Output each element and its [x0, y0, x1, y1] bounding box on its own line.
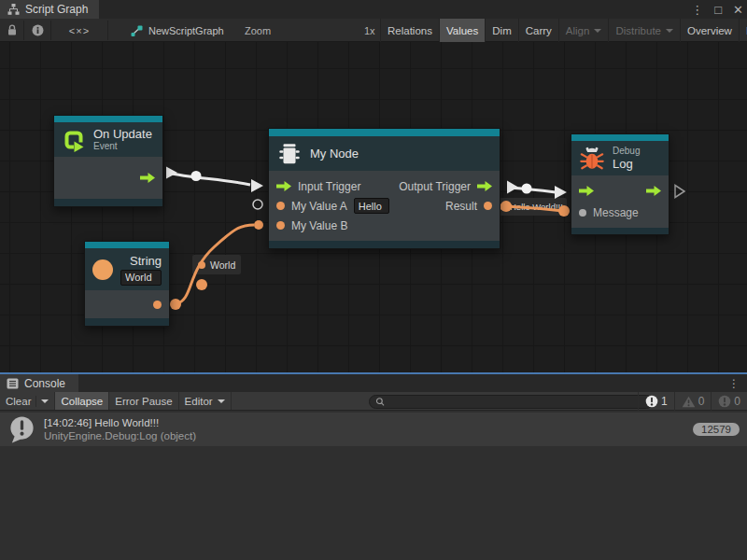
- script-graph-icon: [7, 4, 20, 15]
- warning-count-toggle[interactable]: 0: [674, 392, 712, 411]
- node-header: My Node: [269, 136, 500, 171]
- port-label: My Value A: [291, 200, 347, 213]
- window-close-icon[interactable]: ✕: [733, 3, 743, 17]
- wire-value-bubble-result: Hello World!!!: [496, 198, 567, 216]
- node-on-update[interactable]: On Update Event: [53, 115, 163, 207]
- error-pause-button[interactable]: Error Pause: [109, 392, 178, 410]
- port-trigger-output[interactable]: [140, 173, 155, 183]
- wire-value-text: World: [210, 259, 235, 271]
- wire-start-arrow-icon: [507, 181, 518, 194]
- log-message-bubble-icon: [7, 414, 36, 444]
- port-string-output[interactable]: [153, 301, 162, 309]
- relations-button[interactable]: Relations: [380, 19, 439, 42]
- node-debug-log[interactable]: Debug Log Message: [571, 133, 669, 235]
- string-value-input[interactable]: [120, 270, 162, 286]
- align-dropdown[interactable]: Align: [558, 19, 609, 42]
- node-accent-strip: [571, 134, 669, 141]
- port-my-value-b[interactable]: [276, 221, 285, 230]
- wire-output-trigger-to-debug[interactable]: [508, 188, 556, 192]
- window-menu-icon[interactable]: ⋮: [691, 3, 703, 17]
- window-maximize-icon[interactable]: □: [714, 3, 722, 17]
- port-trigger-input[interactable]: [579, 186, 594, 196]
- node-accent-strip: [85, 242, 169, 248]
- zoom-value: 1x: [364, 19, 375, 42]
- bug-icon: [579, 146, 605, 172]
- code-toggle-button[interactable]: <×>: [51, 19, 107, 42]
- wire-dot: [170, 299, 181, 310]
- editor-label: Editor: [185, 396, 213, 407]
- fullscreen-button[interactable]: Full S: [739, 19, 747, 42]
- warning-icon: [682, 396, 696, 408]
- console-menu-icon[interactable]: ⋮: [728, 374, 740, 392]
- wire-end-arrow-icon: [251, 179, 263, 192]
- node-string[interactable]: String: [84, 241, 170, 327]
- dim-button[interactable]: Dim: [485, 19, 517, 42]
- console-icon: [7, 378, 19, 389]
- log-count: 1: [661, 395, 668, 408]
- console-search-input[interactable]: [388, 396, 647, 407]
- log-count-toggle[interactable]: 1: [638, 392, 674, 411]
- port-label: Input Trigger: [298, 180, 360, 193]
- collapse-button[interactable]: Collapse: [55, 392, 109, 410]
- log-entry-line2: UnityEngine.Debug:Log (object): [44, 429, 196, 443]
- graph-toolbar: <×> NewScriptGraph Zoom 1x Relations Val…: [0, 19, 747, 42]
- dropdown-arrow-icon: [666, 29, 673, 33]
- lock-button[interactable]: [0, 19, 23, 42]
- console-log-entry[interactable]: [14:02:46] Hello World!!! UnityEngine.De…: [0, 413, 747, 446]
- graph-canvas[interactable]: World Hello World!!!: [0, 42, 747, 372]
- port-trigger-output[interactable]: [646, 186, 661, 196]
- node-footer: [54, 199, 162, 206]
- wire-value-bubble-world: World: [192, 255, 241, 274]
- carry-button[interactable]: Carry: [518, 19, 558, 42]
- wire-on-update-to-input-trigger[interactable]: [167, 173, 250, 185]
- tab-script-graph[interactable]: Script Graph: [0, 0, 99, 19]
- dropdown-arrow-icon: [218, 399, 225, 403]
- port-label: Message: [593, 206, 639, 219]
- node-footer: [85, 318, 169, 326]
- values-button[interactable]: Values: [439, 19, 485, 42]
- breadcrumb[interactable]: NewScriptGraph: [131, 19, 224, 42]
- node-title: On Update: [93, 127, 152, 141]
- distribute-label: Distribute: [615, 25, 661, 36]
- unconnected-port-triangle-icon[interactable]: [675, 186, 684, 198]
- my-value-a-input[interactable]: [354, 198, 389, 214]
- wire-dot: [254, 220, 263, 230]
- node-footer: [571, 228, 669, 234]
- tab-console[interactable]: Console: [0, 374, 78, 392]
- port-message[interactable]: [579, 209, 586, 217]
- overview-button[interactable]: Overview: [680, 19, 739, 42]
- port-result[interactable]: [484, 202, 492, 210]
- wire-dot: [191, 171, 202, 181]
- search-icon: [375, 397, 385, 407]
- error-count-toggle[interactable]: 0: [711, 392, 747, 411]
- node-accent-strip: [269, 129, 500, 136]
- window-tab-bar: Script Graph ⋮ □ ✕: [0, 0, 747, 19]
- port-label: My Value B: [291, 219, 347, 232]
- value-dot-icon: [198, 261, 205, 269]
- port-input-trigger[interactable]: [276, 181, 291, 191]
- clear-button[interactable]: Clear: [0, 392, 55, 410]
- log-bubble-icon: [645, 395, 658, 408]
- port-output-trigger[interactable]: [477, 181, 492, 191]
- wire-dot: [522, 184, 532, 194]
- node-title: String: [130, 254, 162, 268]
- unity-script-graph-window: Script Graph ⋮ □ ✕ <×> NewScriptGraph Zo…: [0, 0, 747, 560]
- distribute-dropdown[interactable]: Distribute: [608, 19, 680, 42]
- console-panel: Console ⋮ Clear Collapse Error Pause Edi…: [0, 372, 747, 560]
- graph-name: NewScriptGraph: [148, 25, 224, 36]
- node-my-node[interactable]: My Node Input Trigger Output Trigger My …: [268, 128, 500, 249]
- unconnected-port-circle-icon[interactable]: [253, 200, 262, 209]
- editor-dropdown[interactable]: Editor: [179, 392, 232, 410]
- port-label: Result: [445, 200, 477, 213]
- info-button[interactable]: [24, 19, 50, 42]
- node-title: Log: [613, 157, 640, 171]
- loop-event-icon: [62, 128, 86, 152]
- node-subtitle: Event: [93, 141, 152, 152]
- console-count-toggles: 1 0 0: [638, 392, 747, 411]
- dropdown-arrow-icon[interactable]: [41, 399, 49, 403]
- wire-value-text: Hello World!!!: [510, 202, 563, 212]
- console-search-field[interactable]: [369, 395, 654, 409]
- warning-count: 0: [698, 395, 705, 408]
- zoom-label: Zoom: [245, 19, 271, 42]
- port-my-value-a[interactable]: [276, 202, 285, 210]
